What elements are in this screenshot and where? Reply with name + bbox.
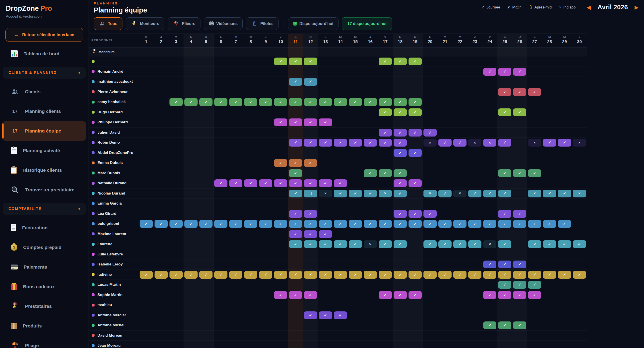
availability-cell-day-4-journee[interactable]: ✓ [184,220,198,228]
availability-cell-day-11-journee[interactable]: ✓ [289,230,302,238]
availability-cell-day-19-journee[interactable]: ✓ [408,129,422,137]
availability-cell-day-22-indispo[interactable]: × [453,190,466,197]
member-name-cell[interactable]: Isabelle Leroy [89,259,139,269]
availability-cell-day-13-journee[interactable]: ✓ [319,179,332,187]
availability-cell-day-2-journee[interactable]: ✓ [154,271,168,279]
sidebar-item-clients[interactable]: Clients [2,82,86,102]
availability-cell-day-21-journee[interactable]: ✓ [438,190,452,197]
availability-cell-day-15-journee[interactable]: ✓ [349,271,362,279]
sidebar-item-paiements[interactable]: Paiements [2,257,86,277]
availability-cell-day-26-journee[interactable]: ✓ [513,321,526,329]
availability-cell-day-19-journee[interactable]: ✓ [408,271,422,279]
availability-cell-day-6-journee[interactable]: ✓ [214,271,228,279]
back-button[interactable]: ← Retour sélection interface [5,28,83,42]
availability-cell-day-10-journee[interactable]: ✓ [274,271,287,279]
availability-cell-day-15-journee[interactable]: ✓ [349,240,362,248]
member-name-cell[interactable]: Emma Garcia [89,199,139,209]
availability-cell-day-22-journee[interactable]: ✓ [453,240,466,248]
availability-cell-day-18-journee[interactable]: ✓ [394,98,407,106]
availability-cell-day-17-journee[interactable]: ✓ [379,98,392,106]
availability-cell-day-25-journee[interactable]: ✓ [498,291,511,299]
availability-cell-day-13-journee[interactable]: ✓ [319,311,332,319]
availability-cell-day-19-journee[interactable]: ✓ [408,220,422,228]
availability-cell-day-23-journee[interactable]: ✓ [468,220,482,228]
availability-cell-day-25-journee[interactable]: ✓ [498,108,511,116]
availability-cell-day-12-journee[interactable]: ✓ [304,118,317,126]
availability-cell-day-17-indispo-plein[interactable]: × [379,190,392,197]
availability-cell-day-12-journee[interactable]: ✓ [304,179,317,187]
availability-cell-day-26-journee[interactable]: ✓ [513,281,526,289]
availability-cell-day-16-journee[interactable]: ✓ [364,190,377,197]
sidebar-item-facturation[interactable]: Facturation [2,218,86,238]
availability-cell-day-12-journee[interactable]: ✓ [304,210,317,218]
availability-cell-day-5-journee[interactable]: ✓ [199,220,212,228]
filter-button-plieurs[interactable]: Plieurs [168,18,200,30]
availability-cell-day-21-journee[interactable]: ✓ [438,271,452,279]
availability-cell-day-13-journee[interactable]: ✓ [319,98,332,106]
availability-cell-day-23-journee[interactable]: ✓ [468,271,482,279]
availability-cell-day-1-journee[interactable]: ✓ [140,220,153,228]
availability-cell-day-14-journee[interactable]: ✓ [334,271,347,279]
member-name-cell[interactable]: Nicolas Durand [89,188,139,199]
member-name-cell[interactable]: David Moreau [89,330,139,341]
availability-cell-day-12-apres-midi[interactable]: ☽ [304,190,317,197]
availability-cell-day-17-journee[interactable]: ✓ [379,58,392,65]
availability-cell-day-16-journee[interactable]: ✓ [364,139,377,147]
availability-cell-day-18-journee[interactable]: ✓ [394,220,407,228]
availability-cell-day-26-journee[interactable]: ✓ [513,88,526,96]
availability-cell-day-5-journee[interactable]: ✓ [199,98,212,106]
availability-cell-day-18-journee[interactable]: ✓ [394,169,407,177]
availability-cell-day-25-journee[interactable]: ✓ [498,88,511,96]
availability-cell-day-6-journee[interactable]: ✓ [214,220,228,228]
availability-cell-day-26-journee[interactable]: ✓ [513,271,526,279]
availability-cell-day-13-journee[interactable]: ✓ [319,230,332,238]
member-name-cell[interactable]: polo grisoni [89,219,139,229]
availability-cell-day-29-journee[interactable]: ✓ [558,190,571,197]
availability-cell-day-20-journee[interactable]: ✓ [424,271,436,279]
availability-cell-day-10-journee[interactable]: ✓ [274,98,287,106]
member-name-cell[interactable]: Hugo Bernard [89,107,139,117]
availability-cell-day-25-journee[interactable]: ✓ [498,281,511,289]
availability-cell-day-10-journee[interactable]: ✓ [274,159,287,167]
availability-cell-day-17-journee[interactable]: ✓ [379,139,392,147]
availability-cell-day-28-journee[interactable]: ✓ [543,271,556,279]
prev-month-arrow[interactable]: ◀ [587,4,591,11]
availability-cell-day-17-journee[interactable]: ✓ [379,108,392,116]
availability-cell-day-29-journee[interactable]: ✓ [558,271,571,279]
availability-cell-day-14-journee[interactable]: ✓ [334,98,347,106]
availability-cell-day-18-journee[interactable]: ✓ [394,291,407,299]
sidebar-item-pliage[interactable]: Pliage [2,336,86,348]
availability-cell-day-22-journee[interactable]: ✓ [453,139,466,147]
availability-cell-day-11-journee[interactable]: ✓ [289,139,302,147]
availability-cell-day-12-journee[interactable]: ✓ [304,159,317,167]
member-name-cell[interactable]: ludivine [89,270,139,280]
member-name-cell[interactable]: matthieu avecdeuxt [89,77,139,87]
availability-cell-day-25-journee[interactable]: ✓ [498,169,511,177]
availability-cell-day-29-journee[interactable]: ✓ [558,139,571,147]
availability-cell-day-24-journee[interactable]: ✓ [483,260,496,268]
availability-cell-day-26-journee[interactable]: ✓ [513,291,526,299]
availability-cell-day-18-journee[interactable]: ✓ [394,271,407,279]
availability-cell-day-3-journee[interactable]: ✓ [170,271,183,279]
availability-cell-day-18-journee[interactable]: ✓ [394,149,407,157]
availability-cell-day-25-journee[interactable]: ✓ [498,271,511,279]
availability-cell-day-13-journee[interactable]: ✓ [319,139,332,147]
availability-cell-day-25-journee[interactable]: ✓ [498,139,511,147]
availability-cell-day-13-journee[interactable]: ✓ [319,271,332,279]
member-name-cell[interactable]: Romain André [89,67,139,77]
sidebar-item-planning-activit-[interactable]: Planning activité [2,141,86,160]
availability-cell-day-24-journee[interactable]: ✓ [483,68,496,76]
availability-cell-day-7-journee[interactable]: ✓ [229,220,242,228]
availability-cell-day-11-journee[interactable]: ✓ [289,58,302,65]
availability-cell-day-11-journee[interactable]: ✓ [289,220,302,228]
member-name-cell[interactable]: Lucas Martin [89,280,139,290]
sidebar-item-trouver-un-prestataire[interactable]: Trouver un prestataire [2,180,86,200]
availability-cell-day-18-journee[interactable]: ✓ [394,139,407,147]
availability-cell-day-10-journee[interactable]: ✓ [274,118,287,126]
availability-cell-day-12-journee[interactable]: ✓ [304,230,317,238]
member-name-cell[interactable]: Julien David [89,128,139,138]
availability-cell-day-27-journee[interactable]: ✓ [528,220,541,228]
availability-cell-day-3-journee[interactable]: ✓ [170,98,183,106]
availability-cell-day-14-journee[interactable]: ✓ [334,220,347,228]
availability-cell-day-24-journee[interactable]: ✓ [483,220,496,228]
